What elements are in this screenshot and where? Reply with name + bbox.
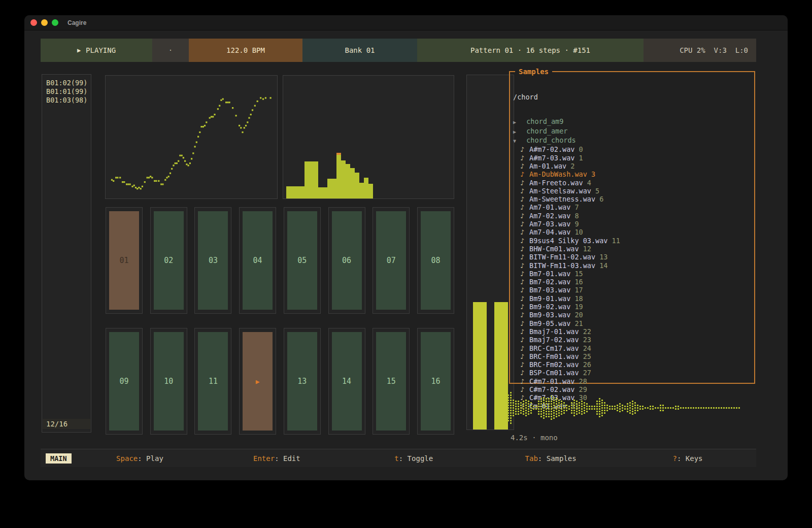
sample-file-row[interactable]: ♪Am7-02.wav 8 [513,212,754,220]
waveform-column [629,402,631,414]
pad-15-face: 15 [376,332,406,431]
pad-3[interactable]: 03 [194,207,231,314]
samples-path: /chord [513,93,754,101]
sample-file-row[interactable]: ♪Bmaj7-02.wav 23 [513,336,754,344]
sample-file-row[interactable]: ♪Am-Freeto.wav 4 [513,179,754,187]
sample-file-row[interactable]: ♪A#m7-02.wav 0 [513,145,754,153]
waveform-column [662,405,664,411]
folder-name: chord_am9 [522,117,563,125]
sample-file-row[interactable]: ♪Am7-01.wav 7 [513,203,754,211]
pad-6[interactable]: 06 [328,207,365,314]
minimize-window-button[interactable] [41,19,48,26]
waveform-column [731,407,732,409]
waveform-column [594,406,595,410]
sample-file-name: Bm9-03.wav [529,311,574,319]
zoom-window-button[interactable] [52,19,58,26]
pattern-indicator[interactable]: Pattern 01 · 16 steps · #151 [417,39,644,62]
sample-file-row[interactable]: ♪A#m7-03.wav 1 [513,154,754,162]
pad-8[interactable]: 08 [417,207,454,314]
folder-row[interactable]: ▼ chord_chords [513,136,754,145]
sample-file-row[interactable]: ♪BRC-Fm01.wav 25 [513,352,754,360]
pad-16[interactable]: 16 [417,328,454,435]
sample-file-row[interactable]: ♪BSP-Cm01.wav 27 [513,369,754,377]
footer-bar: MAIN Space: PlayEnter: Editt: ToggleTab:… [41,449,756,467]
sample-file-row[interactable]: ♪Bm9-03.wav 20 [513,311,754,319]
close-window-button[interactable] [30,19,37,26]
music-note-icon: ♪ [520,228,529,236]
sample-file-row[interactable]: ♪C#m7-01.wav 28 [513,377,754,385]
pad-15[interactable]: 15 [373,328,410,435]
sample-file-row[interactable]: ♪BRC-Cm17.wav 24 [513,344,754,352]
waveform-column [690,407,692,409]
sample-file-row[interactable]: ♪Bm7-02.wav 16 [513,278,754,286]
sample-file-index: 25 [583,352,591,360]
pad-7[interactable]: 07 [373,207,410,314]
pad-4[interactable]: 04 [239,207,276,314]
waveform-column [680,407,682,409]
waveform-column [672,407,674,409]
folder-row[interactable]: ▶ chord_amer [513,127,754,136]
sample-file-row[interactable]: ♪BHW-Cm01.wav 12 [513,245,754,253]
pad-11[interactable]: 11 [194,328,231,435]
meter-bar-left [473,302,487,430]
bpm-indicator[interactable]: 122.0 BPM [189,39,302,62]
sample-file-index: 20 [574,311,583,319]
sample-file-row[interactable]: ♪Am-Sweetness.wav 6 [513,195,754,203]
waveform-column [540,398,542,417]
waveform-column [688,407,689,409]
sample-file-row[interactable]: ♪Am-01.wav 2 [513,162,754,170]
sample-file-row[interactable]: ♪Bmaj7-01.wav 22 [513,327,754,336]
pad-10[interactable]: 10 [150,328,187,435]
window-title: Cagire [67,19,86,26]
sample-file-row[interactable]: ♪Am7-03.wav 9 [513,220,754,228]
transport-status[interactable]: ▶ PLAYING [41,39,152,62]
pad-9[interactable]: 09 [106,328,143,435]
folder-row[interactable]: ▶ chord_am9 [513,117,754,126]
pad-1[interactable]: 01 [106,207,143,314]
pad-12-playing-icon: ▶ [243,332,273,431]
sample-file-index: 22 [583,327,591,336]
metronome-indicator: · [152,39,189,62]
waveform-column [647,407,649,409]
sample-file-name: Bm7-03.wav [529,286,574,294]
sample-file-row[interactable]: ♪BITW-Fm11-02.wav 13 [513,253,754,261]
sample-file-row[interactable]: ♪Am-Steelsaw.wav 5 [513,187,754,195]
waveform-column [591,406,593,410]
waveform-column [614,406,616,410]
bank-indicator[interactable]: Bank 01 [302,39,417,62]
sample-file-name: Bm7-02.wav [529,278,574,286]
music-note-icon: ♪ [520,286,529,294]
pad-14[interactable]: 14 [328,328,365,435]
sample-file-row[interactable]: ♪Bm9-01.wav 18 [513,294,754,303]
waveform-column [705,407,707,409]
histogram-bar [346,164,350,199]
sample-file-name: Bmaj7-01.wav [529,327,583,336]
transport-label: PLAYING [86,46,116,54]
music-note-icon: ♪ [520,344,529,352]
sample-file-index: 19 [574,303,583,311]
waveform-column [513,400,514,416]
sample-file-row[interactable]: ♪BITW-Fm11-03.wav 14 [513,261,754,270]
histogram-bar [355,173,359,199]
sample-file-index: 6 [599,195,603,203]
pad-12[interactable]: ▶ [239,328,276,435]
waveform-column [558,400,560,416]
pad-5[interactable]: 05 [284,207,321,314]
sample-file-row[interactable]: ♪Am-DubWash.wav 3 [513,170,754,178]
waveform-column [713,407,715,409]
music-note-icon: ♪ [520,294,529,303]
system-stats: CPU 2% V:3 L:0 [644,39,756,62]
sample-file-name: C#m7-01.wav [529,377,579,385]
sample-file-row[interactable]: ♪Bm9-05.wav 21 [513,319,754,327]
sample-file-index: 16 [574,278,583,286]
sample-file-row[interactable]: ♪BRC-Fm02.wav 26 [513,360,754,369]
waveform-column [652,406,654,410]
pad-2[interactable]: 02 [150,207,187,314]
sample-file-row[interactable]: ♪Bm9-02.wav 19 [513,303,754,311]
sample-file-row[interactable]: ♪Bm7-01.wav 15 [513,270,754,278]
sample-file-row[interactable]: ♪Bm7-03.wav 17 [513,286,754,294]
sample-file-row[interactable]: ♪Am7-04.wav 10 [513,228,754,236]
sample-file-row[interactable]: ♪B9sus4 Silky 03.wav 11 [513,237,754,245]
pad-13[interactable]: 13 [284,328,321,435]
waveform-column [609,406,611,410]
